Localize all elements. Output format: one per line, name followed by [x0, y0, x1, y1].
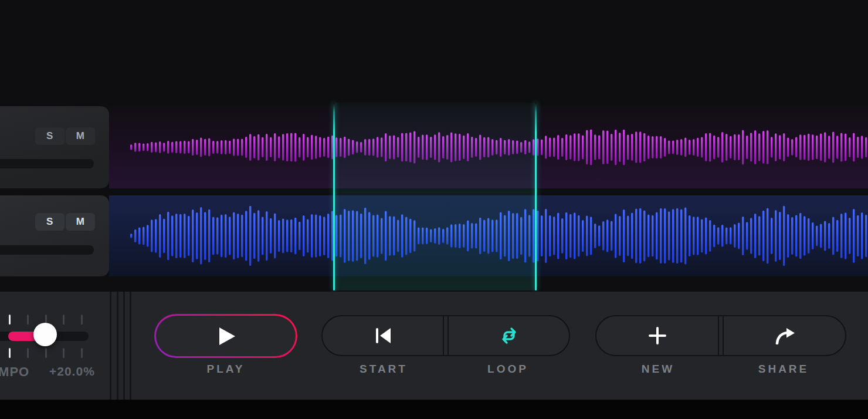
skip-to-start-icon	[373, 326, 393, 345]
new-share-controls: NEW SHARE	[595, 292, 846, 400]
loop-region[interactable]	[335, 103, 535, 290]
play-icon	[219, 327, 235, 345]
start-loop-controls: START LOOP	[321, 292, 570, 400]
audio-editor-stage: S M S M TEMPO +20.0%	[0, 0, 868, 419]
bottom-strip	[0, 400, 868, 419]
loop-start-handle[interactable]	[333, 103, 335, 290]
tempo-panel: TEMPO +20.0%	[0, 292, 109, 400]
play-label: PLAY	[154, 363, 297, 376]
share-label: SHARE	[721, 363, 846, 376]
transport-toolbar: TEMPO +20.0% PLAY	[0, 292, 868, 400]
start-button[interactable]	[323, 316, 443, 355]
loop-button[interactable]	[449, 316, 569, 355]
tempo-tick-marks-top	[0, 315, 109, 325]
track-2-mute-button[interactable]: M	[66, 213, 95, 231]
share-icon	[774, 327, 796, 344]
play-button[interactable]	[154, 314, 297, 358]
loop-icon	[498, 325, 520, 346]
track-1-solo-button[interactable]: S	[35, 127, 65, 145]
button-group-divider	[718, 316, 724, 355]
tempo-slider-knob[interactable]	[33, 323, 57, 346]
new-share-button-group	[595, 315, 846, 356]
track-1-volume-slider[interactable]	[0, 159, 94, 168]
start-loop-button-group	[321, 315, 570, 356]
loop-end-handle[interactable]	[535, 103, 537, 290]
tempo-tick-marks-bottom	[0, 348, 109, 358]
share-button[interactable]	[724, 316, 845, 355]
plus-icon	[647, 325, 668, 346]
tempo-label: TEMPO	[0, 364, 29, 380]
new-button[interactable]	[596, 316, 718, 355]
button-group-divider	[443, 316, 449, 355]
tempo-value: +20.0%	[49, 364, 95, 379]
play-control: PLAY	[154, 292, 297, 400]
start-label: START	[321, 363, 446, 376]
play-button-face	[156, 316, 296, 356]
track-2-solo-button[interactable]: S	[35, 213, 65, 231]
loop-label: LOOP	[446, 363, 570, 376]
track-1-header: S M	[0, 106, 109, 188]
track-2-volume-slider[interactable]	[0, 245, 94, 255]
track-1-mute-button[interactable]: M	[66, 127, 95, 145]
panel-resize-grip[interactable]	[109, 292, 134, 400]
track-2-header: S M	[0, 195, 109, 276]
new-label: NEW	[595, 363, 721, 376]
